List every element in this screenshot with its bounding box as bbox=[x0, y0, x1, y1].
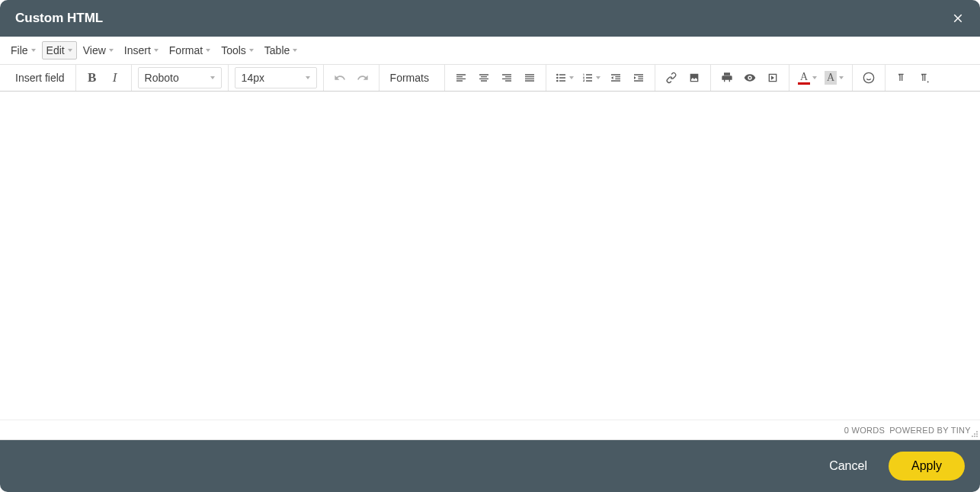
smile-icon bbox=[863, 72, 875, 84]
chevron-down-icon bbox=[210, 76, 215, 79]
resize-handle-icon[interactable] bbox=[971, 430, 978, 438]
print-icon bbox=[721, 72, 733, 84]
close-icon bbox=[951, 11, 965, 25]
rtl-button[interactable] bbox=[914, 67, 935, 88]
align-center-icon bbox=[478, 72, 490, 84]
close-button[interactable] bbox=[951, 11, 965, 25]
menu-tools[interactable]: Tools bbox=[216, 41, 258, 59]
image-icon bbox=[688, 72, 700, 84]
align-right-button[interactable] bbox=[496, 67, 517, 88]
numbered-list-button[interactable] bbox=[578, 67, 604, 88]
align-left-icon bbox=[455, 72, 467, 84]
preview-button[interactable] bbox=[739, 67, 761, 88]
link-button[interactable] bbox=[661, 67, 682, 88]
modal-footer: Cancel Apply bbox=[0, 440, 980, 492]
menu-view[interactable]: View bbox=[78, 41, 118, 59]
chevron-down-icon bbox=[293, 49, 297, 52]
align-justify-button[interactable] bbox=[519, 67, 540, 88]
insert-field-button[interactable]: Insert field bbox=[9, 67, 71, 88]
redo-icon bbox=[357, 72, 369, 84]
bullet-list-button[interactable] bbox=[552, 67, 577, 88]
formats-select[interactable]: Formats bbox=[384, 67, 440, 88]
svg-point-6 bbox=[976, 436, 978, 437]
svg-point-4 bbox=[976, 433, 978, 435]
undo-icon bbox=[334, 72, 346, 84]
chevron-down-icon bbox=[249, 49, 254, 52]
chevron-down-icon bbox=[306, 76, 310, 79]
eye-icon bbox=[744, 72, 756, 84]
svg-point-8 bbox=[972, 436, 973, 437]
chevron-down-icon bbox=[31, 49, 36, 52]
text-color-button[interactable]: A bbox=[795, 67, 820, 88]
editor: File Edit View Insert Format Tools Table… bbox=[0, 37, 980, 440]
emoticons-button[interactable] bbox=[858, 67, 879, 88]
editor-body[interactable] bbox=[0, 92, 980, 420]
outdent-icon bbox=[610, 72, 622, 84]
media-icon bbox=[767, 72, 779, 84]
link-icon bbox=[665, 72, 677, 84]
background-color-button[interactable]: A bbox=[821, 67, 847, 88]
chevron-down-icon bbox=[812, 76, 817, 79]
chevron-down-icon bbox=[596, 76, 600, 79]
image-button[interactable] bbox=[684, 67, 705, 88]
content-area bbox=[0, 92, 980, 420]
svg-point-5 bbox=[974, 433, 975, 435]
chevron-down-icon bbox=[839, 76, 844, 79]
numbered-list-icon bbox=[581, 72, 594, 84]
redo-button[interactable] bbox=[352, 67, 373, 88]
media-button[interactable] bbox=[762, 67, 783, 88]
modal-titlebar: Custom HTML bbox=[0, 0, 980, 37]
indent-icon bbox=[633, 72, 645, 84]
font-size-select[interactable]: 14px bbox=[235, 67, 317, 88]
custom-html-modal: Custom HTML File Edit View Insert Format… bbox=[0, 0, 980, 492]
align-center-button[interactable] bbox=[473, 67, 495, 88]
menu-table[interactable]: Table bbox=[260, 41, 302, 59]
powered-by: POWERED BY TINY bbox=[889, 426, 971, 435]
chevron-down-icon bbox=[154, 49, 159, 52]
word-count: 0 WORDS bbox=[844, 426, 885, 435]
rtl-icon bbox=[918, 72, 930, 84]
align-justify-icon bbox=[524, 72, 536, 84]
menu-format[interactable]: Format bbox=[165, 41, 215, 59]
svg-point-2 bbox=[556, 80, 559, 82]
font-family-select[interactable]: Roboto bbox=[138, 67, 222, 88]
undo-button[interactable] bbox=[329, 67, 351, 88]
cancel-button[interactable]: Cancel bbox=[829, 459, 867, 473]
svg-point-0 bbox=[556, 74, 559, 76]
ltr-button[interactable] bbox=[891, 67, 912, 88]
menubar: File Edit View Insert Format Tools Table bbox=[0, 37, 980, 64]
toolbar: Insert field B I Roboto 14px Formats bbox=[0, 64, 980, 92]
chevron-down-icon bbox=[68, 49, 72, 52]
svg-point-7 bbox=[974, 436, 975, 437]
highlight-icon: A bbox=[825, 71, 837, 85]
chevron-down-icon bbox=[569, 76, 574, 79]
modal-title: Custom HTML bbox=[15, 11, 103, 26]
print-button[interactable] bbox=[716, 67, 738, 88]
text-color-icon: A bbox=[798, 72, 810, 85]
bold-button[interactable]: B bbox=[82, 67, 103, 88]
statusbar: 0 WORDS POWERED BY TINY bbox=[0, 420, 980, 439]
align-left-button[interactable] bbox=[450, 67, 472, 88]
italic-button[interactable]: I bbox=[104, 67, 126, 88]
apply-button[interactable]: Apply bbox=[889, 452, 965, 481]
ltr-icon bbox=[895, 72, 908, 84]
outdent-button[interactable] bbox=[605, 67, 626, 88]
menu-insert[interactable]: Insert bbox=[120, 41, 163, 59]
menu-edit[interactable]: Edit bbox=[42, 41, 77, 59]
bullet-list-icon bbox=[555, 72, 567, 84]
menu-file[interactable]: File bbox=[6, 41, 40, 59]
chevron-down-icon bbox=[206, 49, 210, 52]
align-right-icon bbox=[501, 72, 513, 84]
chevron-down-icon bbox=[109, 49, 114, 52]
indent-button[interactable] bbox=[628, 67, 649, 88]
svg-point-3 bbox=[976, 431, 978, 433]
svg-point-1 bbox=[556, 77, 559, 79]
